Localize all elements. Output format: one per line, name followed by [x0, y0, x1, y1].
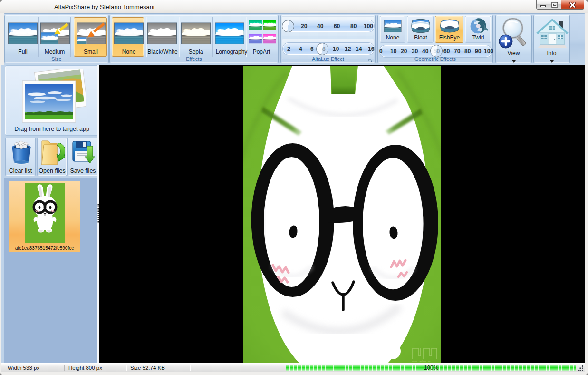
svg-text:uuu.meiluu.com: uuu.meiluu.com — [412, 360, 432, 363]
